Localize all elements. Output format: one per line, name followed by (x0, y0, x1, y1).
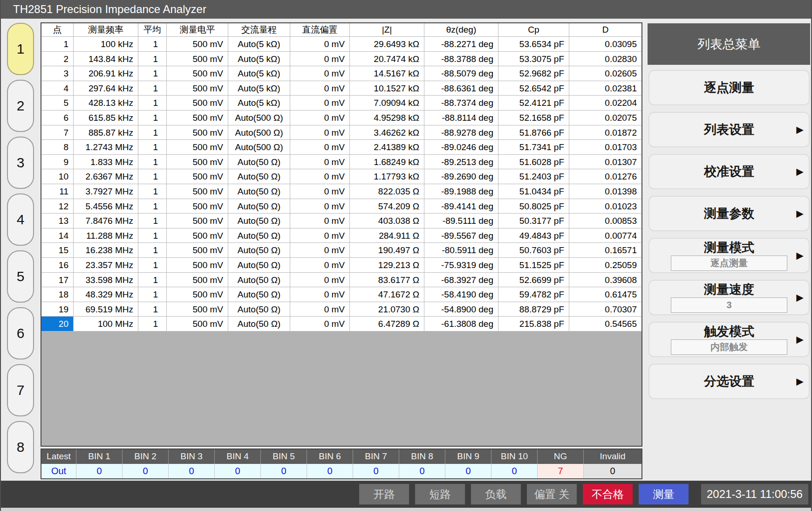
load-button[interactable]: 负载 (471, 484, 521, 504)
table-cell: 885.87 kHz (74, 125, 138, 140)
table-row[interactable]: 1623.357 MHz1500 mVAuto(50 Ω)0 mV129.213… (41, 258, 641, 273)
table-cell: Auto(50 Ω) (228, 273, 290, 288)
table-cell: 59.4782 pF (498, 287, 569, 302)
table-cell: 500 mV (167, 81, 228, 96)
table-row[interactable]: 113.7927 MHz1500 mVAuto(50 Ω)0 mV822.035… (41, 184, 641, 199)
table-row[interactable]: 2143.84 kHz1500 mVAuto(5 kΩ)0 mV20.7474 … (41, 52, 641, 67)
table-cell: 4 (41, 81, 74, 96)
table-cell: -58.4190 deg (424, 287, 498, 302)
bin-value-cell: 0 (307, 464, 353, 478)
menu-button-value: 逐点测量 (671, 256, 787, 271)
table-cell: 52.4121 pF (498, 96, 569, 110)
table-cell: 1 (138, 302, 167, 317)
submenu-arrow-icon: ► (794, 332, 806, 347)
fail-indicator[interactable]: 不合格 (583, 484, 633, 504)
table-cell: 10 (41, 169, 74, 184)
bin-header-cell: BIN 6 (307, 449, 353, 464)
trigger-mode-button[interactable]: 触发模式内部触发► (648, 322, 810, 357)
table-cell: 0.01398 (569, 184, 641, 199)
sheet-tab-3[interactable]: 3 (7, 137, 34, 189)
table-row[interactable]: 1733.598 MHz1500 mVAuto(50 Ω)0 mV83.6177… (41, 273, 641, 288)
short-circuit-button[interactable]: 短路 (415, 484, 465, 504)
table-cell: 0.02830 (569, 52, 641, 67)
table-cell: 7 (41, 125, 74, 140)
table-cell: 3.7927 MHz (74, 184, 138, 199)
submenu-arrow-icon: ► (794, 165, 806, 179)
table-cell: 403.038 Ω (350, 214, 424, 228)
table-row[interactable]: 1100 kHz1500 mVAuto(5 kΩ)0 mV29.6493 kΩ-… (41, 37, 641, 52)
measure-indicator[interactable]: 测量 (639, 484, 689, 504)
table-row[interactable]: 7885.87 kHz1500 mVAuto(500 Ω)0 mV3.46262… (41, 125, 641, 140)
table-cell: 500 mV (167, 287, 228, 302)
table-cell: 88.8729 pF (498, 302, 569, 317)
table-row[interactable]: 1969.519 MHz1500 mVAuto(50 Ω)0 mV21.0730… (41, 302, 641, 317)
table-row[interactable]: 91.833 MHz1500 mVAuto(50 Ω)0 mV1.68249 k… (41, 155, 641, 170)
table-cell: 0 mV (290, 169, 350, 184)
bin-value-cell: 0 (261, 464, 307, 478)
table-cell: Auto(5 kΩ) (228, 96, 290, 110)
table-cell: 29.6493 kΩ (350, 37, 424, 52)
status-buttons: 开路短路负载偏置 关不合格测量 (359, 484, 689, 504)
table-cell: 23.357 MHz (74, 258, 138, 273)
measurement-mode-button[interactable]: 测量模式逐点测量► (648, 238, 810, 273)
selected-point-cell: 20 (41, 317, 74, 331)
table-cell: 7.09094 kΩ (350, 96, 424, 110)
table-row[interactable]: 102.6367 MHz1500 mVAuto(50 Ω)0 mV1.17793… (41, 169, 641, 184)
measurement-speed-button[interactable]: 测量速度3► (648, 280, 810, 315)
measurement-table: 点测量频率平均测量电平交流量程直流偏置|Z|θz(deg)CpD 1100 kH… (41, 22, 642, 447)
table-cell: -61.3808 deg (424, 317, 498, 331)
table-cell: -89.0246 deg (424, 140, 498, 155)
table-cell: 1 (41, 37, 74, 52)
table-cell: 69.519 MHz (74, 302, 138, 317)
calibration-settings-button[interactable]: 校准设置► (648, 154, 810, 189)
table-cell: Auto(50 Ω) (228, 214, 290, 228)
table-row[interactable]: 5428.13 kHz1500 mVAuto(5 kΩ)0 mV7.09094 … (41, 96, 641, 110)
sheet-tab-8[interactable]: 8 (7, 421, 34, 473)
table-row[interactable]: 20100 MHz1500 mVAuto(50 Ω)0 mV6.47289 Ω-… (41, 317, 641, 331)
table-row[interactable]: 1848.329 MHz1500 mVAuto(50 Ω)0 mV47.1672… (41, 287, 641, 302)
bin-header-cell: Latest (41, 449, 76, 464)
table-cell: 0 mV (290, 184, 350, 199)
table-cell: 129.213 Ω (350, 258, 424, 273)
sheet-tab-7[interactable]: 7 (7, 364, 34, 416)
table-cell: 0 mV (290, 155, 350, 170)
bin-value-cell: Out (41, 464, 76, 478)
table-cell: 52.6699 pF (498, 273, 569, 288)
menu-button-value: 内部触发 (671, 339, 787, 355)
sheet-tab-4[interactable]: 4 (7, 193, 34, 246)
table-cell: Auto(50 Ω) (228, 228, 290, 243)
table-row[interactable]: 4297.64 kHz1500 mVAuto(5 kΩ)0 mV10.1527 … (41, 81, 641, 96)
sheet-tab-6[interactable]: 6 (7, 307, 34, 359)
table-cell: 51.2403 pF (498, 169, 569, 184)
table-row[interactable]: 81.2743 MHz1500 mVAuto(500 Ω)0 mV2.41389… (41, 140, 641, 155)
table-row[interactable]: 1411.288 MHz1500 mVAuto(50 Ω)0 mV284.911… (41, 228, 641, 243)
sheet-tab-1[interactable]: 1 (7, 23, 34, 75)
table-cell: 0 mV (290, 228, 350, 243)
open-circuit-button[interactable]: 开路 (359, 484, 409, 504)
table-cell: 500 mV (167, 66, 228, 81)
measurement-parameter-button[interactable]: 测量参数► (648, 196, 810, 231)
table-cell: 822.035 Ω (350, 184, 424, 199)
table-row[interactable]: 137.8476 MHz1500 mVAuto(50 Ω)0 mV403.038… (41, 214, 641, 228)
list-settings-button[interactable]: 列表设置► (648, 112, 810, 147)
sheet-tab-2[interactable]: 2 (7, 80, 34, 132)
table-row[interactable]: 1516.238 MHz1500 mVAuto(50 Ω)0 mV190.497… (41, 243, 641, 258)
point-by-point-measure-button[interactable]: 逐点测量 (648, 70, 810, 105)
table-row[interactable]: 6615.85 kHz1500 mVAuto(500 Ω)0 mV4.95298… (41, 110, 641, 125)
table-cell: 1 (138, 258, 167, 273)
table-cell: 0 mV (290, 258, 350, 273)
submenu-arrow-icon: ► (794, 207, 806, 221)
table-row[interactable]: 3206.91 kHz1500 mVAuto(5 kΩ)0 mV14.5167 … (41, 66, 641, 81)
bin-value-cell: 0 (445, 464, 491, 478)
table-cell: 11.288 MHz (74, 228, 138, 243)
table-cell: 0 mV (290, 214, 350, 228)
sorting-settings-button[interactable]: 分选设置► (648, 364, 810, 399)
table-cell: 1.68249 kΩ (350, 155, 424, 170)
table-cell: 206.91 kHz (74, 66, 138, 81)
table-row[interactable]: 125.4556 MHz1500 mVAuto(50 Ω)0 mV574.209… (41, 199, 641, 214)
bias-off-button[interactable]: 偏置 关 (527, 484, 577, 504)
sheet-tab-5[interactable]: 5 (7, 250, 34, 303)
table-cell: 0.01023 (569, 199, 641, 214)
table-cell: 1 (138, 214, 167, 228)
menu-button-label: 分选设置 (704, 374, 754, 389)
